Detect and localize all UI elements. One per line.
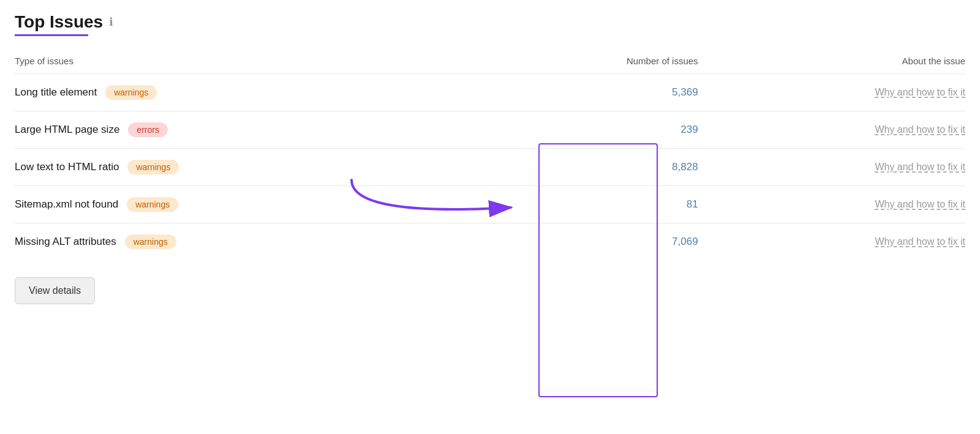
fix-link[interactable]: Why and how to fix it xyxy=(735,111,965,149)
page-title: Top Issues xyxy=(15,12,103,32)
issue-name: Low text to HTML ratio xyxy=(15,161,119,173)
fix-link[interactable]: Why and how to fix it xyxy=(735,223,965,261)
fix-link-text[interactable]: Why and how to fix it xyxy=(875,199,965,209)
issue-badge: errors xyxy=(128,122,168,137)
col-header-number: Number of issues xyxy=(459,48,735,74)
issue-type-cell: Large HTML page sizeerrors xyxy=(15,111,459,148)
issue-badge: warnings xyxy=(105,85,157,100)
issue-badge: warnings xyxy=(125,234,176,249)
issue-count: 81 xyxy=(459,186,735,223)
table-header-row: Type of issues Number of issues About th… xyxy=(15,48,965,74)
issue-count: 239 xyxy=(459,111,735,149)
issue-name: Sitemap.xml not found xyxy=(15,198,118,211)
fix-link-text[interactable]: Why and how to fix it xyxy=(875,87,965,97)
table-row: Large HTML page sizeerrors239Why and how… xyxy=(15,111,965,149)
fix-link[interactable]: Why and how to fix it xyxy=(735,186,965,223)
fix-link-text[interactable]: Why and how to fix it xyxy=(875,236,965,247)
view-details-button[interactable]: View details xyxy=(15,277,95,304)
fix-link[interactable]: Why and how to fix it xyxy=(735,74,965,111)
fix-link-text[interactable]: Why and how to fix it xyxy=(875,124,965,135)
table-row: Sitemap.xml not foundwarnings81Why and h… xyxy=(15,186,965,223)
issue-badge: warnings xyxy=(127,197,178,212)
issue-type-cell: Long title elementwarnings xyxy=(15,74,459,111)
issue-name: Long title element xyxy=(15,86,97,99)
col-header-type: Type of issues xyxy=(15,48,459,74)
issue-name: Large HTML page size xyxy=(15,124,119,136)
issue-type-cell: Low text to HTML ratiowarnings xyxy=(15,149,459,185)
issues-table: Type of issues Number of issues About th… xyxy=(15,48,965,260)
table-row: Low text to HTML ratiowarnings8,828Why a… xyxy=(15,149,965,186)
issue-count: 8,828 xyxy=(459,149,735,186)
issue-count: 7,069 xyxy=(459,223,735,261)
issues-table-container: Type of issues Number of issues About th… xyxy=(15,48,965,260)
top-issues-section: Top Issues ℹ Type of issues Number of is… xyxy=(15,12,965,304)
issue-type-cell: Sitemap.xml not foundwarnings xyxy=(15,186,459,223)
fix-link[interactable]: Why and how to fix it xyxy=(735,149,965,186)
col-header-about: About the issue xyxy=(735,48,965,74)
issue-badge: warnings xyxy=(127,160,179,174)
issue-count: 5,369 xyxy=(459,74,735,111)
title-underline xyxy=(15,34,88,36)
header: Top Issues ℹ xyxy=(15,12,965,32)
info-icon[interactable]: ℹ xyxy=(109,15,113,29)
table-row: Long title elementwarnings5,369Why and h… xyxy=(15,74,965,111)
issue-name: Missing ALT attributes xyxy=(15,236,116,248)
table-row: Missing ALT attributeswarnings7,069Why a… xyxy=(15,223,965,261)
issue-type-cell: Missing ALT attributeswarnings xyxy=(15,223,459,260)
fix-link-text[interactable]: Why and how to fix it xyxy=(875,162,965,172)
